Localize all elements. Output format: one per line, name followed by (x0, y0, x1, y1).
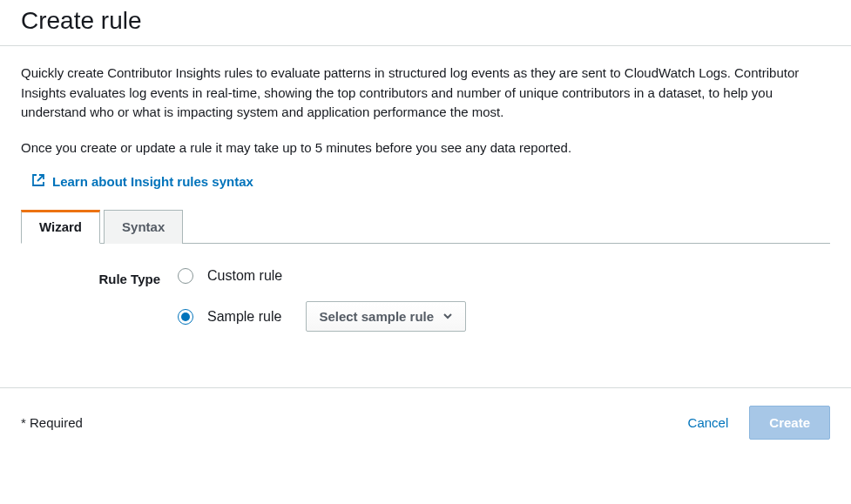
radio-custom-rule-label: Custom rule (207, 268, 282, 284)
cancel-button[interactable]: Cancel (688, 415, 729, 430)
required-note: * Required (21, 415, 83, 430)
rule-type-label: Rule Type (21, 268, 160, 286)
create-button[interactable]: Create (749, 406, 830, 440)
learn-syntax-link-label: Learn about Insight rules syntax (52, 174, 253, 189)
learn-syntax-link[interactable]: Learn about Insight rules syntax (31, 173, 253, 190)
tabs-container: Wizard Syntax (21, 209, 830, 244)
radio-sample-rule[interactable] (178, 309, 193, 325)
description-text-2: Once you create or update a rule it may … (21, 138, 830, 158)
external-link-icon (31, 173, 45, 190)
tab-wizard[interactable]: Wizard (21, 210, 100, 244)
description-text-1: Quickly create Contributor Insights rule… (21, 64, 830, 123)
tab-syntax[interactable]: Syntax (104, 210, 183, 244)
radio-sample-rule-label: Sample rule (207, 309, 281, 325)
page-title: Create rule (21, 7, 830, 35)
select-sample-rule-label: Select sample rule (319, 309, 434, 324)
radio-custom-rule[interactable] (178, 268, 193, 284)
select-sample-rule-dropdown[interactable]: Select sample rule (306, 301, 466, 332)
chevron-down-icon (442, 309, 453, 324)
